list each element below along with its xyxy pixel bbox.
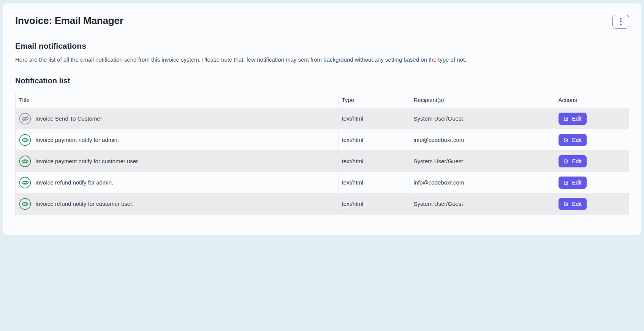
column-header-recipient: Recipient(s) (410, 92, 555, 108)
edit-button-label: Edit (572, 180, 582, 186)
table-row: Invoice Send To Customer text/html Syste… (16, 108, 629, 129)
eye-visible-icon (19, 177, 31, 189)
row-title: Invoice payment notify for admin. (35, 137, 119, 143)
notification-table: Title Type Recipient(s) Actions Invoic (15, 92, 629, 215)
row-type: text/html (338, 129, 410, 151)
table-row: Invoice refund notify for customer user.… (16, 193, 629, 215)
edit-button[interactable]: Edit (559, 113, 587, 125)
edit-button-label: Edit (572, 116, 582, 122)
kebab-dot-icon (620, 24, 622, 25)
card-header: Invoice: Email Manager (15, 15, 629, 29)
page-title: Invoice: Email Manager (15, 15, 123, 27)
edit-button-label: Edit (572, 137, 582, 143)
description-text: Here are the list of all the email notif… (15, 56, 629, 63)
edit-button-label: Edit (572, 158, 582, 164)
column-header-title: Title (16, 92, 339, 108)
column-header-type: Type (338, 92, 410, 108)
row-title: Invoice Send To Customer (35, 115, 102, 122)
row-title: Invoice payment notify for customer user… (35, 158, 139, 164)
row-title: Invoice refund notify for admin. (35, 179, 113, 186)
notification-rows: Invoice Send To Customer text/html Syste… (16, 108, 629, 215)
edit-pencil-icon (563, 116, 569, 121)
kebab-dot-icon (620, 21, 622, 22)
row-type: text/html (338, 193, 410, 215)
row-recipient: System User/Guest (410, 108, 555, 129)
table-row: Invoice payment notify for customer user… (16, 151, 629, 172)
row-recipient: System User/Guest (410, 193, 555, 215)
edit-button[interactable]: Edit (559, 155, 587, 167)
row-recipient: info@codeboxr.com (410, 172, 555, 193)
row-recipient: info@codeboxr.com (410, 129, 555, 151)
kebab-dot-icon (620, 18, 622, 20)
edit-pencil-icon (563, 180, 569, 185)
table-row: Invoice refund notify for admin. text/ht… (16, 172, 629, 193)
column-header-actions: Actions (555, 92, 629, 108)
eye-hidden-icon (19, 113, 31, 125)
eye-visible-icon (19, 198, 31, 210)
edit-pencil-icon (563, 137, 569, 143)
edit-pencil-icon (563, 158, 569, 164)
edit-button[interactable]: Edit (559, 134, 587, 146)
table-header-row: Title Type Recipient(s) Actions (16, 92, 629, 108)
email-manager-card: Invoice: Email Manager Email notificatio… (3, 3, 641, 235)
table-row: Invoice payment notify for admin. text/h… (16, 129, 629, 151)
eye-visible-icon (19, 155, 31, 167)
kebab-menu-button[interactable] (612, 15, 629, 29)
eye-visible-icon (19, 134, 31, 146)
section-heading: Email notifications (15, 41, 629, 51)
row-title: Invoice refund notify for customer user. (35, 201, 133, 207)
edit-button[interactable]: Edit (559, 177, 587, 189)
row-type: text/html (338, 172, 410, 193)
row-type: text/html (338, 108, 410, 129)
row-recipient: System User/Guest (410, 151, 555, 172)
list-heading: Notification list (15, 76, 629, 85)
row-type: text/html (338, 151, 410, 172)
edit-button[interactable]: Edit (559, 198, 587, 210)
edit-button-label: Edit (572, 201, 582, 207)
edit-pencil-icon (563, 201, 569, 207)
